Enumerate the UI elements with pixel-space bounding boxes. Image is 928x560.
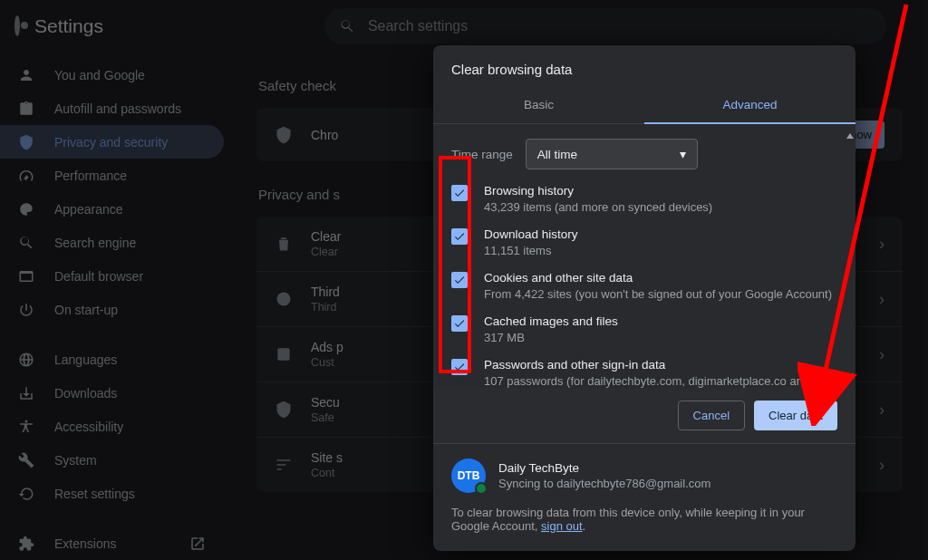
sidebar-item-label: Appearance — [54, 202, 123, 217]
accessibility-icon — [18, 419, 34, 435]
sidebar-item-label: Downloads — [54, 386, 117, 401]
sidebar-item-search-engine[interactable]: Search engine — [0, 226, 224, 259]
sidebar-item-autofill[interactable]: Autofill and passwords — [0, 92, 224, 125]
clipboard-icon — [18, 101, 34, 117]
sidebar-item-label: Performance — [54, 169, 127, 183]
search-placeholder: Search settings — [368, 18, 468, 34]
chevron-right-icon: › — [879, 345, 884, 364]
item-browsing-history: Browsing history43,239 items (and more o… — [451, 184, 843, 216]
sidebar-item-downloads[interactable]: Downloads — [0, 376, 224, 410]
sidebar-item-default-browser[interactable]: Default browser — [0, 259, 224, 293]
sidebar-item-label: Search engine — [54, 236, 136, 250]
sidebar-item-label: Privacy and security — [54, 135, 168, 150]
clear-browsing-data-dialog: Clear browsing data Basic Advanced Time … — [433, 45, 856, 551]
chevron-right-icon: › — [879, 401, 884, 420]
item-title: Cached images and files — [484, 314, 618, 328]
checkbox-cache[interactable] — [451, 315, 468, 332]
chrome-icon — [14, 18, 20, 34]
chevron-right-icon: › — [879, 456, 884, 475]
sidebar-item-label: On start-up — [54, 303, 118, 317]
wrench-icon — [18, 452, 34, 468]
open-in-new-icon — [189, 536, 206, 552]
item-cookies: Cookies and other site dataFrom 4,422 si… — [451, 271, 843, 303]
download-icon — [18, 385, 34, 401]
sidebar-item-label: Extensions — [54, 536, 116, 551]
item-subtitle: 317 MB — [484, 331, 618, 346]
sidebar-item-label: Reset settings — [54, 487, 135, 501]
ads-icon — [275, 345, 293, 363]
page-title: Settings — [34, 15, 103, 37]
account-sync-text: Syncing to dailytechbyte786@gmail.com — [498, 477, 710, 490]
checkbox-browsing-history[interactable] — [451, 185, 468, 201]
item-title: Cookies and other site data — [484, 271, 832, 285]
sidebar-item-label: You and Google — [54, 68, 145, 82]
sidebar-item-languages[interactable]: Languages — [0, 343, 224, 376]
dropdown-value: All time — [537, 148, 577, 161]
search-icon — [18, 235, 34, 251]
sidebar-item-label: Autofill and passwords — [54, 101, 181, 116]
sidebar-item-label: System — [54, 453, 97, 468]
search-input[interactable]: Search settings — [324, 8, 886, 44]
sidebar-item-appearance[interactable]: Appearance — [0, 192, 224, 226]
sidebar: You and Google Autofill and passwords Pr… — [0, 53, 231, 560]
dialog-title: Clear browsing data — [433, 45, 856, 82]
chevron-right-icon: › — [879, 290, 884, 309]
time-range-label: Time range — [451, 148, 513, 161]
tab-basic[interactable]: Basic — [433, 86, 644, 123]
item-cache: Cached images and files317 MB — [451, 314, 843, 346]
restore-icon — [18, 486, 34, 502]
avatar-text: DTB — [458, 469, 480, 482]
svg-rect-1 — [277, 348, 289, 360]
item-subtitle: 11,151 items — [484, 244, 578, 259]
palette-icon — [18, 201, 34, 217]
trash-icon — [275, 235, 293, 253]
sidebar-item-performance[interactable]: Performance — [0, 159, 224, 192]
sidebar-item-label: Languages — [54, 352, 117, 367]
sidebar-item-system[interactable]: System — [0, 443, 224, 477]
shield-icon — [275, 401, 293, 419]
footer-text-part: To clear browsing data from this device … — [451, 506, 805, 533]
brand: Settings — [14, 15, 103, 37]
sidebar-item-label: Accessibility — [54, 420, 123, 434]
avatar: DTB — [451, 459, 486, 493]
sidebar-item-you-and-google[interactable]: You and Google — [0, 58, 224, 92]
clear-data-button[interactable]: Clear data — [754, 401, 837, 430]
time-range-dropdown[interactable]: All time ▾ — [526, 139, 698, 169]
item-title: Download history — [484, 227, 578, 241]
chevron-right-icon: › — [879, 235, 884, 254]
sidebar-item-extensions[interactable]: Extensions — [0, 526, 224, 560]
sidebar-item-accessibility[interactable]: Accessibility — [0, 410, 224, 443]
account-name: Daily TechByte — [498, 461, 710, 475]
checkbox-passwords[interactable] — [451, 359, 468, 375]
sign-out-link[interactable]: sign out — [541, 519, 583, 533]
shield-icon — [275, 126, 293, 144]
item-title: Browsing history — [484, 184, 712, 198]
item-subtitle: 107 passwords (for dailytechbyte.com, di… — [484, 374, 843, 388]
item-passwords: Passwords and other sign-in data107 pass… — [451, 358, 843, 388]
account-row: DTB Daily TechByte Syncing to dailytechb… — [451, 459, 837, 493]
svg-point-0 — [277, 293, 291, 306]
cookie-icon — [275, 290, 293, 308]
item-subtitle: 43,239 items (and more on synced devices… — [484, 200, 712, 216]
checkbox-download-history[interactable] — [451, 228, 468, 245]
scroll-down-icon — [846, 373, 854, 379]
globe-icon — [18, 352, 34, 368]
sidebar-item-on-startup[interactable]: On start-up — [0, 293, 224, 326]
tune-icon — [275, 456, 293, 474]
sidebar-item-label: Default browser — [54, 269, 143, 284]
extension-icon — [18, 536, 34, 552]
sidebar-item-reset[interactable]: Reset settings — [0, 477, 224, 510]
sidebar-item-privacy[interactable]: Privacy and security — [0, 125, 224, 159]
person-icon — [18, 67, 34, 83]
search-icon — [339, 18, 355, 34]
item-download-history: Download history11,151 items — [451, 227, 843, 259]
dialog-tabs: Basic Advanced — [433, 86, 856, 124]
dialog-scrollbar[interactable] — [845, 131, 856, 381]
dialog-footer-text: To clear browsing data from this device … — [451, 506, 837, 533]
cancel-button[interactable]: Cancel — [678, 401, 745, 430]
tab-advanced[interactable]: Advanced — [644, 86, 856, 123]
item-subtitle: From 4,422 sites (you won't be signed ou… — [484, 287, 832, 303]
chevron-down-icon: ▾ — [680, 147, 686, 161]
scroll-up-icon — [846, 133, 854, 139]
checkbox-cookies[interactable] — [451, 272, 468, 288]
